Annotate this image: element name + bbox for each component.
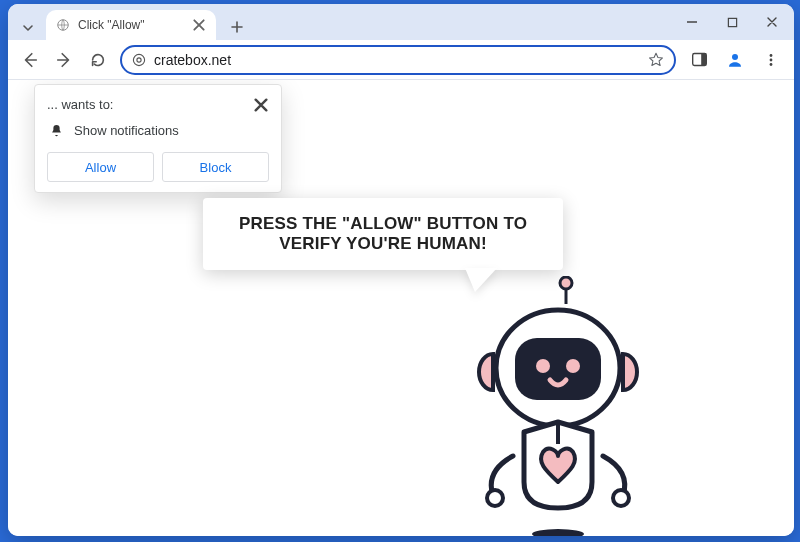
bookmark-star-button[interactable] <box>648 52 664 68</box>
svg-point-16 <box>566 359 580 373</box>
svg-point-2 <box>133 54 144 65</box>
instruction-text: PRESS THE "ALLOW" BUTTON TO VERIFY YOU'R… <box>239 214 527 253</box>
minimize-icon <box>686 16 698 28</box>
window-minimize-button[interactable] <box>672 6 712 38</box>
svg-point-6 <box>732 54 738 60</box>
dots-vertical-icon <box>764 53 778 67</box>
browser-tab[interactable]: Click "Allow" <box>46 10 216 40</box>
globe-icon <box>56 18 70 32</box>
browser-window: Click "Allow" <box>8 4 794 536</box>
sidepanel-icon <box>691 51 708 68</box>
page-content: ... wants to: Show notifications Allow B… <box>8 80 794 536</box>
instruction-speech-bubble: PRESS THE "ALLOW" BUTTON TO VERIFY YOU'R… <box>203 198 563 270</box>
plus-icon <box>231 21 243 33</box>
reload-button[interactable] <box>86 48 110 72</box>
permission-title: ... wants to: <box>47 97 113 112</box>
arrow-left-icon <box>21 51 39 69</box>
block-button[interactable]: Block <box>162 152 269 182</box>
tab-title: Click "Allow" <box>78 18 184 32</box>
robot-illustration <box>453 276 663 536</box>
bell-icon <box>49 123 64 138</box>
svg-point-3 <box>137 57 141 61</box>
url-text: cratebox.net <box>154 52 640 68</box>
kebab-menu-button[interactable] <box>758 47 784 73</box>
tab-close-button[interactable] <box>192 18 206 32</box>
forward-button[interactable] <box>52 48 76 72</box>
allow-button[interactable]: Allow <box>47 152 154 182</box>
profile-button[interactable] <box>722 47 748 73</box>
maximize-icon <box>727 17 738 28</box>
reload-icon <box>89 51 107 69</box>
svg-point-12 <box>560 277 572 289</box>
arrow-right-icon <box>55 51 73 69</box>
svg-point-7 <box>770 54 773 57</box>
tab-strip: Click "Allow" <box>8 4 794 40</box>
chevron-down-icon <box>22 22 34 34</box>
new-tab-button[interactable] <box>224 14 250 40</box>
svg-point-18 <box>613 490 629 506</box>
browser-toolbar: cratebox.net <box>8 40 794 80</box>
svg-point-8 <box>770 58 773 61</box>
svg-point-17 <box>487 490 503 506</box>
svg-point-15 <box>536 359 550 373</box>
svg-point-10 <box>532 529 584 536</box>
address-bar[interactable]: cratebox.net <box>120 45 676 75</box>
svg-point-9 <box>770 63 773 66</box>
site-info-icon[interactable] <box>132 53 146 67</box>
back-button[interactable] <box>18 48 42 72</box>
notification-permission-prompt: ... wants to: Show notifications Allow B… <box>34 84 282 193</box>
svg-rect-14 <box>515 338 601 400</box>
window-maximize-button[interactable] <box>712 6 752 38</box>
permission-description: Show notifications <box>74 123 179 138</box>
window-close-button[interactable] <box>752 6 792 38</box>
svg-rect-1 <box>728 18 736 26</box>
profile-icon <box>726 51 744 69</box>
permission-close-button[interactable] <box>253 97 269 113</box>
extensions-button[interactable] <box>686 47 712 73</box>
tabs-dropdown-button[interactable] <box>16 16 40 40</box>
svg-rect-5 <box>701 54 706 66</box>
window-controls <box>672 4 792 40</box>
close-icon <box>766 16 778 28</box>
